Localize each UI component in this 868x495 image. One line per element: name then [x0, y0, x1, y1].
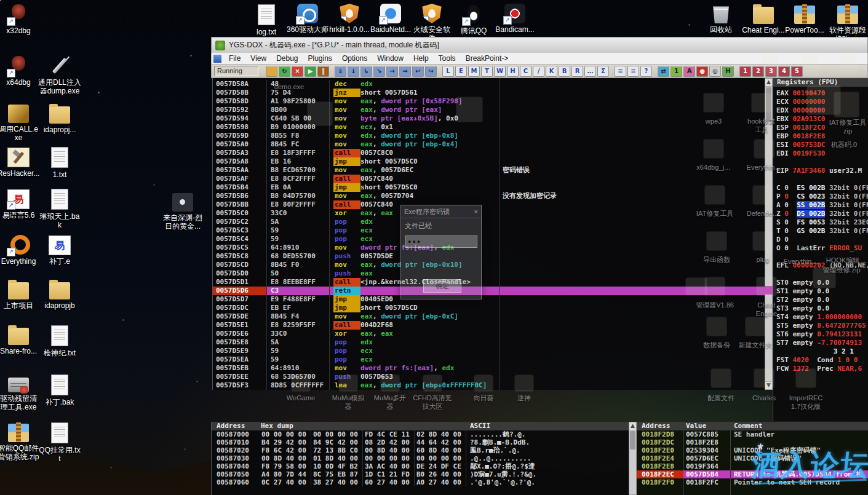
disasm-row[interactable]: 0057D5B4EB 0Ajmpshort 0057D5C0	[213, 183, 765, 192]
dump-row[interactable]: 00587010B4 29 42 0084 9C 42 0008 2D 42 0…	[212, 438, 629, 446]
toolbar-button[interactable]: ◎	[709, 66, 721, 77]
toolbar-button[interactable]: ‖	[317, 66, 329, 77]
disasm-row[interactable]: 0057D594C640 5B 00movbyte ptr [eax+0x5B]…	[213, 114, 765, 123]
menu-plugins[interactable]: Plugins	[303, 53, 337, 64]
desktop-icon[interactable]: 易↗易语言5.6	[0, 188, 40, 220]
toolbar-button[interactable]	[266, 66, 277, 77]
menu-tools[interactable]: Tools	[434, 53, 461, 64]
desktop-icon[interactable]: ↗BaiduNetd...	[369, 4, 412, 34]
stack-row[interactable]: 0018F2DC0018F2E8	[637, 438, 868, 446]
desktop-icon[interactable]: 琳琅天上.bak	[38, 188, 81, 229]
desktop-icon[interactable]: 通用DLL注入器dump.exe	[38, 55, 81, 95]
desktop-icon[interactable]: 回收站	[699, 4, 743, 34]
disasm-row[interactable]: 0057D5DE8B45 F4moveax, dword ptr [ebp-0x…	[213, 312, 765, 321]
menu-breakpoint[interactable]: BreakPoint->	[461, 53, 514, 64]
toolbar-button[interactable]: T	[481, 66, 493, 77]
toolbar-button[interactable]: /	[533, 66, 544, 77]
hex-dump-pane[interactable]: Address Hex dump ASCII 0058700000 00 00 …	[211, 422, 629, 495]
disasm-row[interactable]: 0057D5A08B45 FCmoveax, dword ptr [ebp-0x…	[213, 140, 765, 149]
toolbar-button[interactable]: →	[386, 66, 398, 77]
toolbar-button[interactable]: C	[520, 66, 532, 77]
dump-row[interactable]: 00587020F8 6C 42 0072 13 8B C000 8D 40 0…	[212, 446, 629, 454]
disasm-row[interactable]: 0057D5C459popecx	[213, 235, 765, 244]
toolbar-button[interactable]: B	[559, 66, 570, 77]
desktop-icon[interactable]: ↗x64dbg	[0, 55, 40, 87]
toolbar-button[interactable]: W	[494, 66, 506, 77]
dialog-ok-button[interactable]: 确定	[423, 279, 461, 293]
toolbar-button[interactable]: ●	[696, 66, 708, 77]
scrollbar-thumb[interactable]	[630, 431, 635, 449]
desktop-icon[interactable]: PowerToo...	[783, 4, 826, 34]
toolbar-button[interactable]: 4	[778, 66, 790, 77]
desktop-icon[interactable]: 上市项目	[0, 279, 40, 310]
disasm-row[interactable]: 0057D5C868 DED55700push0057D5DE	[213, 252, 765, 261]
disasm-row[interactable]: 0057D5D6C3retn	[213, 287, 765, 295]
disasm-row[interactable]: 0057D5E85Apopedx	[213, 338, 765, 347]
desktop-icon[interactable]: idapropjb	[38, 279, 81, 310]
toolbar-button[interactable]: ≡	[627, 66, 639, 77]
desktop-icon[interactable]: ↗Everything	[0, 234, 40, 266]
disasm-row[interactable]: 0057D5E1E8 8259F5FFcall004D2F68	[213, 321, 765, 330]
disasm-row[interactable]: 0057D5E959popecx	[213, 347, 765, 355]
menu-debug[interactable]: Debug	[271, 53, 303, 64]
disasm-row[interactable]: 0057D5B6B8 04D75700moveax, 0057D704没有发现加…	[213, 192, 765, 200]
dialog-close-icon[interactable]: ×	[474, 208, 478, 215]
scroll-up-icon[interactable]: ▲	[629, 422, 636, 430]
desktop-icon[interactable]: 1.txt	[38, 146, 81, 179]
disasm-row[interactable]: 0057D5BBE8 80F2FFFFcall0057C840	[213, 200, 765, 209]
toolbar-button[interactable]: L	[442, 66, 454, 77]
dump-row[interactable]: 005870600C 27 40 0038 27 40 0060 27 40 0…	[212, 478, 629, 486]
desktop-icon[interactable]: QQ挂常用.txt	[38, 422, 81, 463]
password-input[interactable]: ●●●	[405, 236, 477, 248]
toolbar-button[interactable]: E	[455, 66, 467, 77]
disasm-row[interactable]: 0057D5C359popecx	[213, 226, 765, 235]
dump-row[interactable]: 00587050A4 80 7D 448C 75 EB 871D C1 21 F…	[212, 470, 629, 478]
disasm-row[interactable]: 0057D5D050pusheax	[213, 269, 765, 278]
toolbar-button[interactable]: 1	[671, 66, 682, 77]
toolbar-button[interactable]: H	[507, 66, 519, 77]
toolbar-button[interactable]: ↘	[373, 66, 385, 77]
toolbar-button[interactable]: M	[468, 66, 480, 77]
scroll-up-icon[interactable]: ▲	[765, 79, 772, 87]
toolbar-button[interactable]: A	[683, 66, 695, 77]
disasm-row[interactable]: 0057D5A3E8 18F3FFFFcall0057C8C0	[213, 149, 765, 157]
disasm-row[interactable]: 0057D58DA1 98F25800moveax, dword ptr [0x…	[213, 97, 765, 106]
disasm-row[interactable]: 0057D5C564:8910movdword ptr fs:[eax], ed…	[213, 244, 765, 252]
desktop-icon[interactable]: ↗x32dbg	[0, 4, 40, 35]
desktop-icon[interactable]: Cheat Engi...	[742, 4, 785, 34]
desktop-icon[interactable]: Share-fro...	[0, 325, 40, 355]
toolbar-button[interactable]: ⇄	[658, 66, 669, 77]
disasm-row[interactable]: 0057D5D1E8 8EEBE8FFcall<jnp.&kernel32.Cl…	[213, 278, 765, 287]
desktop-icon[interactable]: log.txt	[245, 4, 288, 36]
toolbar-button[interactable]: R	[571, 66, 583, 77]
toolbar-button[interactable]: K	[546, 66, 557, 77]
menu-help[interactable]: Help	[408, 53, 434, 64]
menu-window[interactable]: Window	[372, 53, 408, 64]
disasm-row[interactable]: 0057D5C25Apopedx	[213, 218, 765, 226]
toolbar-button[interactable]: …	[584, 66, 596, 77]
toolbar-button[interactable]: 1	[739, 66, 751, 77]
toolbar-button[interactable]: ↳	[360, 66, 372, 77]
toolbar-button[interactable]: 5	[791, 66, 803, 77]
desktop-icon[interactable]: ↗hrkill-1.0.0...	[328, 4, 371, 34]
desktop-icon[interactable]: 驱动残留清理工具.exe	[0, 374, 40, 411]
toolbar-button[interactable]: ↻	[279, 66, 290, 77]
toolbar-button[interactable]: ⇓	[335, 66, 346, 77]
toolbar-button[interactable]: ↩	[412, 66, 424, 77]
desktop-icon[interactable]: ↗360驱动大师	[286, 4, 329, 34]
menu-options[interactable]: Options	[337, 53, 372, 64]
disasm-row[interactable]: 0057D5CD8B45 F0moveax, dword ptr [ebp-0x…	[213, 261, 765, 269]
toolbar-button[interactable]: ?	[640, 66, 652, 77]
desktop-icon[interactable]: ↗Bandicam...	[493, 4, 536, 34]
debugger-titlebar[interactable]: YGS-DOX - 机器码.exe - [*G.P.U* - main thre…	[211, 37, 868, 53]
toolbar-button[interactable]: ▶	[305, 66, 316, 77]
disasm-row[interactable]: 0057D5D7E9 F488E8FFjmp00405ED0	[213, 295, 765, 304]
desktop-icon[interactable]: 智能QQ邮件营销系统.zip	[0, 422, 40, 461]
disasm-row[interactable]: 0057D5EB64:8910movdword ptr fs:[eax], ed…	[213, 364, 765, 373]
disasm-row[interactable]: 0057D5E633C0xoreax, eax	[213, 330, 765, 338]
desktop-icon[interactable]: 枪神纪.txt	[38, 325, 81, 357]
desktop-icon[interactable]: ↗腾讯QQ	[452, 4, 495, 35]
toolbar-button[interactable]: ↓	[348, 66, 359, 77]
disasm-row[interactable]: 0057D5AAB8 ECD65700moveax, 0057D6EC密码错误	[213, 166, 765, 175]
desktop-icon[interactable]: 补丁.bak	[38, 374, 81, 406]
